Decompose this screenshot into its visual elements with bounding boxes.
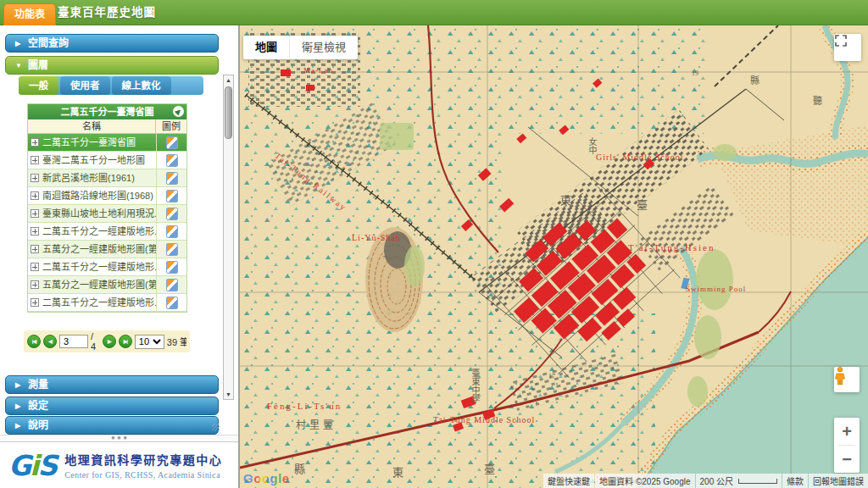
map-container: Ma-Lan Tai-Tung Railway Girls' Middle Sc… <box>240 25 868 488</box>
layer-name: 臺灣二萬五千分一地形圖 <box>42 152 157 169</box>
zoom-out-button[interactable]: − <box>834 446 860 473</box>
table-row[interactable]: 臺東縣山坡地土地利用現況... <box>28 205 186 223</box>
gis-logo-mark: GiS <box>8 449 56 482</box>
page-size-select[interactable]: 10 <box>135 335 164 349</box>
scale-label: 200 公尺 <box>700 474 733 487</box>
expand-icon[interactable] <box>31 138 39 147</box>
accordion-layers[interactable]: ▼ 圖層 <box>5 56 219 75</box>
legend-icon[interactable] <box>166 190 178 202</box>
map-type-control: 地圖 衛星檢視 <box>243 36 358 59</box>
accordion-label: 測量 <box>28 379 48 391</box>
legend-icon[interactable] <box>166 136 178 149</box>
layer-name: 五萬分之一經建版地形圖(第... <box>42 276 157 294</box>
table-header: 名稱 圖例 <box>28 119 186 134</box>
table-row[interactable]: 南迴鐵路沿線地形圖(1968) <box>28 187 186 205</box>
pagination-bar: |◀ ◀ / 4 ▶ ▶| 10 39 筆 <box>24 330 190 352</box>
layer-name: 南迴鐵路沿線地形圖(1968) <box>42 187 157 205</box>
accordion-settings[interactable]: ▶ 設定 <box>5 396 219 415</box>
menu-button[interactable]: 功能表 <box>3 3 56 25</box>
expand-icon[interactable] <box>31 174 39 182</box>
pegman-icon <box>834 367 846 385</box>
gis-center-subtitle: Center for GIS, RCHSS, Academia Sinica <box>64 470 222 480</box>
layer-table: 二萬五千分一臺灣省圖 ▶ 名稱 圖例 二萬五千分一臺灣省圖 臺灣二萬五千分一地形… <box>27 103 187 313</box>
terms-link[interactable]: 條款 <box>782 474 808 488</box>
chevron-right-icon: ▶ <box>15 397 20 415</box>
map-type-map-button[interactable]: 地圖 <box>243 36 290 59</box>
zoom-in-button[interactable]: + <box>834 418 860 445</box>
legend-icon[interactable] <box>166 261 178 274</box>
layer-name: 二萬五千分之一經建版地形... <box>42 258 157 276</box>
chevron-right-icon: ▶ <box>15 35 20 53</box>
table-row[interactable]: 二萬五千分之一經建版地形... <box>28 294 186 312</box>
historical-map-canvas[interactable] <box>240 25 868 488</box>
accordion-spatial-query[interactable]: ▶ 空間查詢 <box>5 34 219 53</box>
legend-icon[interactable] <box>166 225 178 238</box>
record-count: 39 筆 <box>167 335 186 348</box>
accordion-help[interactable]: ▶ 說明 <box>5 416 219 435</box>
next-page-button[interactable]: ▶ <box>103 335 116 348</box>
table-row[interactable]: 二萬五千分之一經建版地形... <box>28 258 186 276</box>
page-total: / 4 <box>91 331 100 352</box>
layer-name: 臺東縣山坡地土地利用現況... <box>42 205 157 223</box>
report-map-error-link[interactable]: 回報地圖錯誤 <box>809 474 868 488</box>
last-page-button[interactable]: ▶| <box>119 335 132 348</box>
gis-center-logo[interactable]: GiS 地理資訊科學研究專題中心 Center for GIS, RCHSS, … <box>0 441 238 488</box>
map-status-bar: 鍵盤快速鍵 地圖資料 ©2025 Google 200 公尺 條款 回報地圖錯誤 <box>543 474 868 488</box>
accordion-measure[interactable]: ▶ 測量 <box>5 375 219 394</box>
table-row[interactable]: 五萬分之一經建版地形圖(第... <box>28 241 186 258</box>
table-row[interactable]: 臺灣二萬五千分一地形圖 <box>28 152 186 169</box>
layer-name: 新武呂溪地形圖(1961) <box>42 169 157 187</box>
legend-icon[interactable] <box>166 154 178 167</box>
layer-name: 二萬五千分之一經建版地形... <box>42 223 157 241</box>
expand-icon[interactable] <box>31 263 39 271</box>
scale-bar <box>738 479 777 484</box>
first-page-button[interactable]: |◀ <box>27 335 41 348</box>
scroll-up-icon[interactable]: ▲ <box>224 75 233 85</box>
page-title: 臺東百年歷史地圖 <box>58 0 156 25</box>
expand-icon[interactable] <box>31 156 39 164</box>
expand-icon[interactable] <box>31 209 39 218</box>
legend-icon[interactable] <box>166 279 178 291</box>
collapse-icon[interactable]: ▶ <box>173 106 184 117</box>
column-name: 名稱 <box>28 119 156 133</box>
accordion-label: 說明 <box>28 419 48 431</box>
table-row[interactable]: 二萬五千分之一經建版地形... <box>28 223 186 241</box>
legend-icon[interactable] <box>166 172 178 185</box>
tab-online-digitize[interactable]: 線上數化 <box>112 76 171 95</box>
accordion-label: 圖層 <box>28 59 48 71</box>
sidebar: ▶ 空間查詢 ▼ 圖層 一般 使用者 線上數化 二萬五千分一臺灣省圖 ▶ 名稱 … <box>0 25 240 488</box>
sidebar-scrollbar[interactable]: ▲ ▼ <box>223 75 234 400</box>
chevron-right-icon: ▶ <box>15 417 20 435</box>
table-row[interactable]: 二萬五千分一臺灣省圖 <box>28 134 186 152</box>
legend-icon[interactable] <box>166 297 178 309</box>
resize-handle[interactable] <box>212 424 220 431</box>
expand-icon[interactable] <box>31 298 39 307</box>
legend-icon[interactable] <box>166 243 178 256</box>
fullscreen-button[interactable] <box>834 34 861 61</box>
expand-icon[interactable] <box>31 280 39 289</box>
panel-splitter[interactable]: ● ● ● <box>0 435 238 441</box>
page-input[interactable] <box>59 335 88 348</box>
legend-icon[interactable] <box>166 208 178 220</box>
expand-icon[interactable] <box>31 191 39 200</box>
scroll-down-icon[interactable]: ▼ <box>224 390 233 399</box>
map-type-satellite-button[interactable]: 衛星檢視 <box>290 36 358 59</box>
table-row[interactable]: 五萬分之一經建版地形圖(第... <box>28 276 186 294</box>
tab-general[interactable]: 一般 <box>19 76 58 95</box>
keyboard-shortcuts-button[interactable]: 鍵盤快速鍵 <box>543 474 594 488</box>
fullscreen-icon <box>834 34 848 47</box>
layer-name: 二萬五千分之一經建版地形... <box>42 294 157 312</box>
layer-name: 五萬分之一經建版地形圖(第... <box>42 241 157 258</box>
scrollbar-thumb[interactable] <box>225 86 232 139</box>
accordion-label: 空間查詢 <box>28 37 69 49</box>
expand-icon[interactable] <box>31 227 39 236</box>
expand-icon[interactable] <box>31 245 39 253</box>
tab-user[interactable]: 使用者 <box>60 76 110 95</box>
table-row[interactable]: 新武呂溪地形圖(1961) <box>28 169 186 187</box>
gis-center-title: 地理資訊科學研究專題中心 <box>64 451 222 468</box>
map-copyright: 地圖資料 ©2025 Google <box>595 474 694 488</box>
prev-page-button[interactable]: ◀ <box>43 335 57 348</box>
top-bar: 功能表 臺東百年歷史地圖 <box>0 0 868 25</box>
layer-group-header[interactable]: 二萬五千分一臺灣省圖 ▶ <box>28 104 186 119</box>
pegman-button[interactable] <box>834 367 860 392</box>
